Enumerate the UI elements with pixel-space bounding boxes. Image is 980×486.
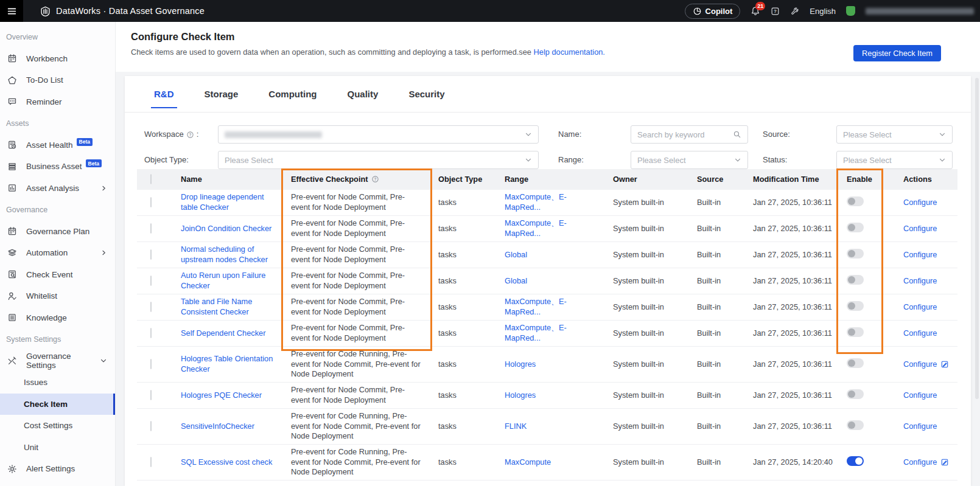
sidebar-item-governance-plan[interactable]: Governance Plan (0, 221, 115, 243)
check-item-name-link[interactable]: Self Dependent Checker (181, 328, 265, 338)
sidebar-item-check-event[interactable]: Check Event (0, 264, 115, 286)
tab-security[interactable]: Security (405, 85, 447, 108)
sidebar-item-alert-settings[interactable]: Alert Settings (0, 458, 115, 480)
question-circle-icon[interactable]: ? (371, 175, 379, 183)
check-item-name-link[interactable]: JoinOn Condition Checker (181, 224, 271, 233)
row-checkbox[interactable] (150, 328, 152, 338)
range-link[interactable]: MaxCompute、E-MapRed... (505, 192, 567, 212)
tab-r-d[interactable]: R&D (151, 85, 177, 108)
enable-toggle[interactable] (847, 223, 864, 232)
configure-link[interactable]: Configure (903, 276, 937, 286)
range-link[interactable]: MaxCompute、E-MapRed... (505, 297, 567, 316)
range-select[interactable]: Please Select (631, 151, 748, 169)
language-switcher[interactable]: English (810, 7, 836, 16)
edit-doc-icon[interactable] (940, 360, 949, 369)
row-checkbox[interactable] (150, 390, 152, 400)
sidebar-item-business-asset[interactable]: Business AssetBeta (0, 156, 115, 178)
tab-computing[interactable]: Computing (265, 85, 320, 108)
row-checkbox[interactable] (150, 249, 152, 260)
doc-search-icon (7, 269, 17, 279)
enable-toggle[interactable] (847, 358, 864, 368)
check-item-name-link[interactable]: SQL Excessive cost check (181, 457, 272, 467)
tab-quality[interactable]: Quality (345, 85, 382, 108)
configure-link[interactable]: Configure (903, 250, 937, 260)
check-item-name-link[interactable]: Auto Rerun upon Failure Checker (181, 271, 265, 290)
row-checkbox[interactable] (150, 457, 152, 467)
range-link[interactable]: Global (505, 276, 527, 285)
configure-link[interactable]: Configure (903, 302, 937, 313)
sidebar-item-check-item[interactable]: Check Item (0, 394, 115, 415)
enable-toggle[interactable] (847, 249, 864, 259)
configure-link[interactable]: Configure (903, 224, 937, 234)
owner-cell: System built-in (609, 457, 694, 468)
sidebar-item-workbench[interactable]: Workbench (0, 48, 115, 70)
check-item-name-link[interactable]: SensitiveInfoChecker (181, 422, 254, 431)
range-link[interactable]: Global (505, 250, 527, 259)
search-icon[interactable] (733, 130, 741, 139)
configure-link[interactable]: Configure (903, 422, 937, 432)
object-type-select[interactable]: Please Select (218, 151, 539, 169)
configure-link[interactable]: Configure (903, 457, 937, 468)
row-checkbox[interactable] (150, 359, 152, 369)
row-checkbox[interactable] (150, 276, 152, 286)
row-checkbox[interactable] (150, 421, 152, 431)
notifications-button[interactable]: 21 (751, 6, 760, 16)
range-link[interactable]: Hologres (505, 359, 536, 369)
settings-wrench-button[interactable] (790, 7, 799, 16)
enable-toggle[interactable] (847, 301, 864, 311)
row-checkbox[interactable] (150, 302, 152, 312)
sidebar-item-knowledge[interactable]: Knowledge (0, 307, 115, 329)
edit-doc-icon[interactable] (940, 458, 949, 467)
help-documentation-link[interactable]: Help documentation. (534, 47, 605, 57)
name-search-input[interactable]: Search by keyword (631, 125, 748, 144)
check-item-name-link[interactable]: Normal scheduling of upstream nodes Chec… (181, 245, 268, 264)
sidebar-item-automation[interactable]: Automation (0, 242, 115, 264)
check-item-name-link[interactable]: Table and File Name Consistent Checker (181, 297, 252, 316)
row-checkbox[interactable] (150, 223, 152, 234)
enable-toggle[interactable] (847, 196, 864, 206)
configure-link[interactable]: Configure (903, 359, 937, 370)
range-link[interactable]: Hologres (505, 391, 536, 400)
status-select[interactable]: Please Select (836, 151, 953, 169)
enable-toggle[interactable] (847, 275, 864, 285)
sidebar-item-reminder[interactable]: Reminder (0, 91, 115, 113)
enable-toggle[interactable] (847, 456, 864, 466)
sidebar-item-issues[interactable]: Issues (0, 372, 115, 394)
sidebar-item-cost-settings[interactable]: Cost Settings (0, 415, 115, 437)
sidebar-item-asset-health[interactable]: Asset HealthBeta (0, 134, 115, 156)
range-link[interactable]: MaxCompute、E-MapRed... (505, 218, 567, 238)
check-item-name-link[interactable]: Drop lineage dependent table Checker (181, 192, 264, 212)
check-item-name-link[interactable]: Hologres Table Orientation Checker (181, 354, 273, 373)
copilot-button[interactable]: Copilot (685, 4, 741, 19)
range-link[interactable]: FLINK (505, 422, 527, 431)
row-checkbox[interactable] (150, 197, 152, 207)
enable-toggle[interactable] (847, 389, 864, 399)
page-scrollbar[interactable] (975, 78, 979, 399)
sidebar-item-governance-settings[interactable]: Governance Settings (0, 350, 115, 372)
workspace-select[interactable] (218, 125, 539, 144)
enable-toggle[interactable] (847, 327, 864, 337)
configure-link[interactable]: Configure (903, 328, 937, 339)
chevron-down-icon (525, 156, 532, 164)
beta-badge: Beta (77, 138, 93, 146)
sidebar-item-unit[interactable]: Unit (0, 437, 115, 459)
help-button[interactable]: ? (771, 7, 780, 16)
select-all-checkbox[interactable] (150, 174, 152, 184)
menu-icon[interactable] (0, 0, 23, 22)
configure-link[interactable]: Configure (903, 391, 937, 401)
sidebar-item-whitelist[interactable]: Whitelist (0, 285, 115, 307)
source-select[interactable]: Please Select (836, 125, 953, 144)
register-check-item-button[interactable]: Register Check Item (853, 45, 941, 61)
range-link[interactable]: MaxCompute、E-MapRed... (505, 323, 567, 342)
sidebar-item-asset-analysis[interactable]: Asset Analysis (0, 178, 115, 200)
range-link[interactable]: MaxCompute (505, 457, 551, 467)
avatar[interactable] (846, 6, 855, 16)
enable-toggle[interactable] (847, 420, 864, 430)
sidebar-item-to-do-list[interactable]: To-Do List (0, 69, 115, 91)
content-card: R&DStorageComputingQualitySecurity Works… (125, 76, 971, 486)
check-item-name-link[interactable]: Hologres PQE Checker (181, 391, 262, 400)
configure-link[interactable]: Configure (903, 198, 937, 208)
tab-storage[interactable]: Storage (201, 85, 242, 108)
sidebar-item-label: Check Event (26, 270, 73, 279)
modification-time-cell: Jan 27, 2025, 10:36:11 (750, 276, 841, 286)
